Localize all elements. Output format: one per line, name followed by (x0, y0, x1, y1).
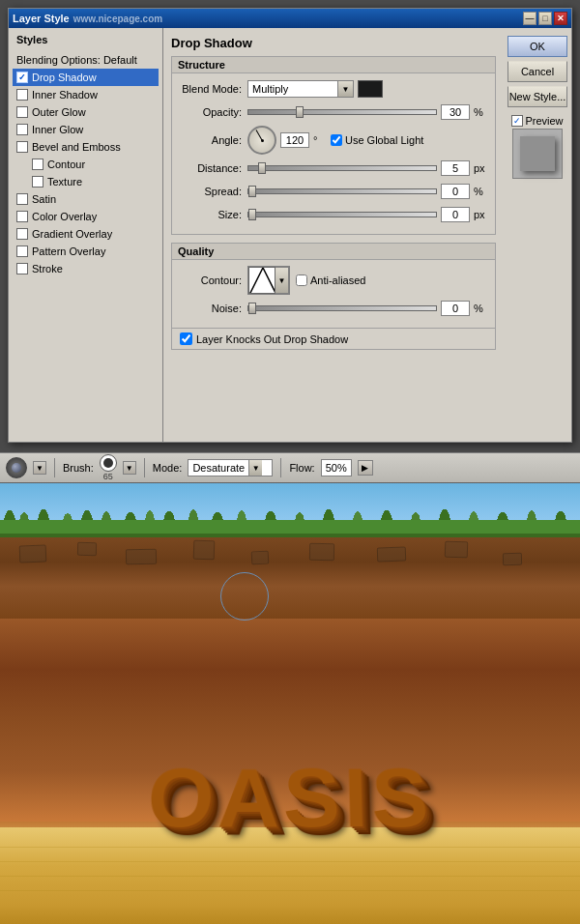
layer-item-blending[interactable]: Blending Options: Default (13, 51, 159, 69)
cancel-button[interactable]: Cancel (508, 61, 567, 82)
layer-item-drop-shadow[interactable]: Drop Shadow (13, 69, 159, 86)
satin-label: Satin (32, 193, 56, 205)
knockout-row: Layer Knocks Out Drop Shadow (172, 328, 495, 349)
satin-checkbox[interactable] (16, 193, 28, 205)
contour-controls: ▼ Anti-aliased (247, 266, 365, 295)
canvas-area: OASIS (0, 483, 580, 924)
inner-shadow-checkbox[interactable] (16, 89, 28, 101)
gradient-overlay-checkbox[interactable] (16, 228, 28, 240)
distance-slider-thumb[interactable] (258, 162, 266, 174)
outer-glow-checkbox[interactable] (16, 106, 28, 118)
spread-input[interactable] (441, 184, 470, 199)
global-light-check[interactable]: Use Global Light (331, 134, 423, 146)
shadow-color-swatch[interactable] (358, 80, 383, 98)
anti-aliased-checkbox[interactable] (296, 274, 307, 286)
brush-dropdown-arrow[interactable]: ▼ (123, 461, 136, 475)
distance-input[interactable] (441, 160, 470, 176)
noise-input[interactable] (441, 301, 470, 316)
layer-item-inner-glow[interactable]: Inner Glow (13, 121, 159, 138)
stone-6 (309, 543, 334, 561)
tool-icon[interactable] (6, 457, 27, 478)
angle-input[interactable] (280, 132, 309, 148)
layer-item-inner-shadow[interactable]: Inner Shadow (13, 86, 159, 103)
dirt-layer (0, 537, 580, 619)
size-input[interactable] (441, 207, 470, 222)
brush-circle (100, 454, 117, 472)
pattern-overlay-label: Pattern Overlay (32, 245, 105, 257)
pattern-overlay-checkbox[interactable] (16, 245, 28, 257)
opacity-slider-track[interactable] (247, 109, 437, 115)
mode-dropdown[interactable]: Desaturate ▼ (188, 459, 273, 476)
contour-selector[interactable]: ▼ (247, 266, 290, 295)
separator-3 (280, 458, 281, 477)
opacity-input[interactable] (441, 104, 470, 120)
blend-mode-row: Blend Mode: Multiply ▼ (180, 79, 487, 99)
titlebar-controls: — □ ✕ (523, 12, 567, 25)
opacity-slider-thumb[interactable] (296, 106, 304, 118)
brush-label: Brush: (63, 462, 94, 474)
tool-dropdown-arrow[interactable]: ▼ (33, 461, 46, 475)
ground-block (0, 483, 580, 638)
stroke-checkbox[interactable] (16, 263, 28, 274)
contour-checkbox[interactable] (32, 159, 44, 170)
separator-1 (54, 458, 55, 477)
contour-preview[interactable] (248, 267, 276, 294)
sand-ripple-3 (0, 876, 580, 877)
new-style-button[interactable]: New Style... (508, 86, 567, 107)
layer-item-color-overlay[interactable]: Color Overlay (13, 208, 159, 225)
layer-item-outer-glow[interactable]: Outer Glow (13, 103, 159, 121)
preview-checkbox[interactable] (511, 115, 523, 127)
mode-dropdown-arrow[interactable]: ▼ (248, 460, 262, 476)
flow-increment-button[interactable]: ▶ (358, 460, 373, 476)
quality-title: Quality (172, 244, 495, 260)
color-overlay-checkbox[interactable] (16, 211, 28, 222)
stone-2 (77, 542, 97, 556)
layer-item-satin[interactable]: Satin (13, 190, 159, 208)
inner-glow-checkbox[interactable] (16, 124, 28, 135)
blend-mode-dropdown[interactable]: Multiply ▼ (247, 80, 354, 98)
noise-slider-thumb[interactable] (248, 303, 256, 314)
global-light-checkbox[interactable] (331, 134, 342, 146)
spread-slider-track[interactable] (247, 188, 437, 194)
inner-shadow-label: Inner Shadow (32, 89, 98, 101)
size-slider-track[interactable] (247, 212, 437, 217)
stone-9 (503, 553, 522, 565)
layer-item-contour[interactable]: Contour (13, 156, 159, 173)
inner-glow-label: Inner Glow (32, 124, 83, 135)
dialog-body: Styles Blending Options: Default Drop Sh… (9, 28, 571, 442)
noise-row: Noise: % (180, 299, 487, 318)
anti-aliased-label: Anti-aliased (310, 274, 365, 286)
size-slider-thumb[interactable] (248, 209, 256, 220)
maximize-button[interactable]: □ (538, 12, 552, 25)
angle-dial[interactable] (247, 126, 276, 155)
ok-button[interactable]: OK (508, 36, 567, 57)
close-button[interactable]: ✕ (554, 12, 567, 25)
separator-2 (144, 458, 145, 477)
knockout-checkbox[interactable] (180, 332, 192, 345)
spread-slider-thumb[interactable] (248, 186, 256, 197)
contour-dropdown-arrow[interactable]: ▼ (276, 267, 289, 294)
flow-input[interactable] (321, 459, 352, 476)
quality-content: Contour: ▼ (172, 260, 495, 328)
bevel-emboss-checkbox[interactable] (16, 141, 28, 153)
minimize-button[interactable]: — (523, 12, 536, 25)
drop-shadow-checkbox[interactable] (16, 72, 28, 83)
layer-item-stroke[interactable]: Stroke (13, 260, 159, 277)
knockout-label: Layer Knocks Out Drop Shadow (196, 333, 348, 345)
layer-item-texture[interactable]: Texture (13, 173, 159, 190)
contour-label: Contour (47, 159, 85, 170)
angle-container: ° Use Global Light (247, 126, 423, 155)
layer-item-gradient-overlay[interactable]: Gradient Overlay (13, 225, 159, 243)
layer-item-bevel-emboss[interactable]: Bevel and Emboss (13, 138, 159, 156)
left-panel: Styles Blending Options: Default Drop Sh… (9, 28, 163, 442)
blend-mode-arrow[interactable]: ▼ (337, 81, 353, 97)
flow-label: Flow: (289, 462, 314, 474)
texture-checkbox[interactable] (32, 176, 44, 188)
distance-slider-track[interactable] (247, 165, 437, 171)
noise-slider-track[interactable] (247, 305, 437, 311)
layer-item-pattern-overlay[interactable]: Pattern Overlay (13, 243, 159, 260)
anti-aliased-check[interactable]: Anti-aliased (296, 274, 365, 286)
brush-selector[interactable]: 65 (100, 454, 117, 481)
preview-section: Preview (508, 115, 567, 179)
canvas-background: OASIS (0, 483, 580, 924)
